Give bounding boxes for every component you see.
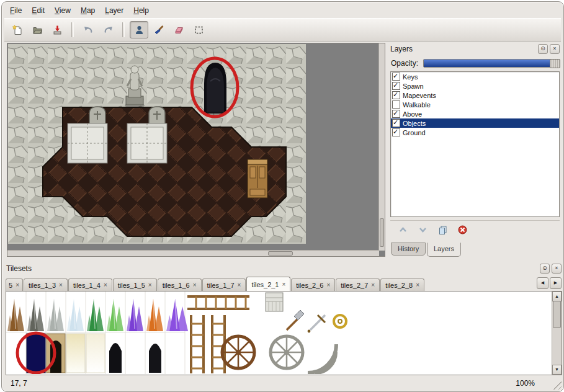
tab-close-icon[interactable]: × [371,282,375,288]
tileset-tab[interactable]: tiles_1_3 × [24,278,68,291]
layer-checkbox[interactable] [392,73,400,81]
tab-close-icon[interactable]: × [238,282,241,288]
tileset-tab[interactable]: tiles_1_6 × [158,278,202,291]
tileset-tab-active[interactable]: tiles_2_1 × [246,277,290,292]
zoom-level: 100% [516,379,535,388]
opacity-slider[interactable] [423,59,559,68]
map-hscrollbar[interactable] [7,250,379,256]
tileset-vscrollbar[interactable]: ▲ ▼ [552,292,562,375]
tileset-tab-bar: 5 × tiles_1_3 × tiles_1_4 × tiles_1_5 × … [6,276,562,292]
tab-close-icon[interactable]: × [282,282,286,288]
tab-close-icon[interactable]: × [16,282,19,288]
layer-checkbox[interactable] [392,91,400,99]
tileset-image [6,292,550,374]
layer-row-above[interactable]: Above [391,109,559,118]
tilesets-panel-title: Tilesets [6,264,32,273]
tileset-tab[interactable]: tiles_2_6 × [291,278,335,291]
tab-close-icon[interactable]: × [416,282,419,288]
layer-name: Keys [403,73,418,81]
layer-checkbox[interactable] [392,110,400,118]
opacity-label: Opacity: [391,59,418,68]
statusbar: 17, 7 100% [4,376,561,390]
toolbar-separator [71,22,74,37]
app-window: File Edit View Map Layer Help [1,1,564,392]
cursor-coordinates: 17, 7 [11,379,27,388]
move-layer-up-icon [398,225,408,235]
layer-row-spawn[interactable]: Spawn [391,81,559,91]
tab-close-icon[interactable]: × [326,282,330,288]
layer-checkbox[interactable] [392,82,400,90]
panel-close-button[interactable]: × [550,44,560,54]
tab-layers[interactable]: Layers [427,243,461,257]
layer-row-keys[interactable]: Keys [391,72,559,81]
map-hscroll-thumb[interactable] [268,251,293,256]
layer-checkbox[interactable] [392,100,400,109]
map-vscroll-thumb[interactable] [380,218,384,247]
tileset-tab[interactable]: tiles_1_4 × [68,278,112,291]
layer-checkbox[interactable] [392,119,400,127]
tab-scroll-left-button[interactable]: ◀ [537,277,548,289]
layer-checkbox[interactable] [392,128,400,136]
delete-layer-icon [457,225,468,235]
layer-row-ground[interactable]: Ground [391,128,559,137]
layer-name: Ground [403,129,426,136]
select-tool-button[interactable] [189,21,208,38]
move-layer-up-button[interactable] [396,223,409,236]
delete-layer-button[interactable] [456,223,468,236]
menu-help[interactable]: Help [129,4,153,17]
brush-icon [154,25,164,35]
eraser-tool-button[interactable] [169,21,188,38]
undo-button[interactable] [79,21,97,38]
tilesets-panel-titlebar: Tilesets ⊙ × [4,262,563,275]
redo-icon [103,25,114,35]
open-button[interactable] [28,21,47,38]
new-file-button[interactable] [8,21,27,38]
layer-name: Objects [403,120,426,127]
scroll-down-button[interactable]: ▼ [552,365,562,375]
menu-edit[interactable]: Edit [27,4,49,17]
menu-layer[interactable]: Layer [101,4,128,17]
tileset-tab[interactable]: tiles_1_5 × [113,278,157,291]
scroll-up-button[interactable]: ▲ [552,292,562,301]
move-layer-down-icon [418,225,428,235]
tileset-tab[interactable]: 5 × [6,278,23,291]
toolbar [4,18,561,42]
opacity-slider-handle[interactable] [550,59,560,68]
new-file-icon [12,25,23,35]
move-layer-down-button[interactable] [416,223,429,236]
tileset-vscroll-thumb[interactable] [553,301,561,328]
layer-row-walkable[interactable]: Walkable [391,100,559,109]
menu-view[interactable]: View [50,4,75,17]
tab-history[interactable]: History [391,243,426,256]
tab-close-icon[interactable]: × [193,282,197,288]
map-vscrollbar[interactable] [378,43,385,251]
layers-panel-tabs: History Layers [388,243,562,257]
tab-close-icon[interactable]: × [148,282,152,288]
redo-button[interactable] [99,21,117,38]
tab-close-icon[interactable]: × [59,282,63,288]
map-canvas[interactable] [7,43,385,257]
tileset-tab[interactable]: tiles_1_7 × [202,278,246,291]
panel-float-button[interactable]: ⊙ [538,44,548,54]
tab-scroll-right-button[interactable]: ▶ [550,277,562,289]
layers-list: Keys Spawn Mapevents Walkable Above Obje… [390,71,560,217]
undo-icon [83,25,94,35]
layer-name: Mapevents [403,92,436,99]
tab-close-icon[interactable]: × [104,282,107,288]
layers-panel-title: Layers [390,45,413,53]
tileset-canvas[interactable]: ▲ ▼ [6,291,562,375]
layer-row-mapevents[interactable]: Mapevents [391,91,559,100]
layer-name: Above [403,110,422,118]
place-object-tool-button[interactable] [130,21,148,38]
menu-file[interactable]: File [6,4,26,17]
menu-map[interactable]: Map [76,4,99,17]
tileset-tab[interactable]: tiles_2_8 × [380,278,424,291]
save-button[interactable] [48,21,66,38]
panel-close-button[interactable]: × [552,264,562,274]
opacity-slider-fill [424,60,558,67]
tileset-tab[interactable]: tiles_2_7 × [336,278,380,291]
duplicate-layer-button[interactable] [436,223,449,236]
panel-float-button[interactable]: ⊙ [540,264,550,274]
layer-row-objects[interactable]: Objects [391,118,559,128]
paint-tool-button[interactable] [150,21,168,38]
